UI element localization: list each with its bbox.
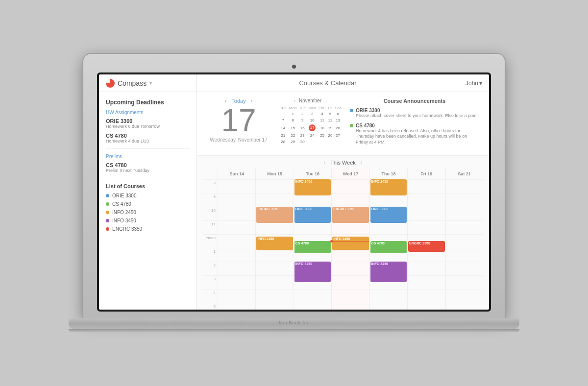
course-list-item-0[interactable]: ORIE 3300 — [106, 193, 190, 198]
cal-event-4-0[interactable]: INFO 2450 — [370, 179, 407, 196]
cal-event-2-2[interactable]: CS 4780 — [294, 241, 331, 253]
cal-event-2-0[interactable]: INFO 2450 — [294, 179, 331, 196]
mini-cal-day-cell[interactable]: 20 — [334, 123, 342, 132]
course-list-item-2[interactable]: INFO 2450 — [106, 210, 190, 215]
mini-cal-day-cell[interactable]: 27 — [334, 132, 342, 139]
mini-cal-day-cell[interactable]: 28 — [278, 139, 288, 145]
mini-cal-day-cell[interactable]: 6 — [334, 111, 342, 117]
today-date-number: 17 — [221, 105, 256, 136]
hw-item-2-course: CS 4780 — [106, 133, 190, 139]
mini-cal-day-header: Tue — [298, 105, 307, 111]
mini-cal-day-cell[interactable]: 1 — [288, 111, 298, 117]
day-slot-6-0 — [446, 179, 483, 193]
day-slot-1-8 — [256, 289, 293, 303]
cal-event-4-3[interactable]: INFO 3450 — [370, 262, 407, 282]
mini-cal-day-cell[interactable]: 21 — [278, 132, 288, 139]
app-screen: Compass ▾ Courses & Calendar John ▾ — [99, 74, 489, 310]
mini-cal-day-cell[interactable]: 19 — [327, 123, 334, 132]
mini-cal-day-cell[interactable]: 9 — [298, 117, 307, 123]
prelim-item-1: CS 4780 Prelim II next Tuesday — [106, 162, 190, 173]
week-label: This Week — [330, 160, 356, 166]
day-slot-1-7 — [256, 275, 293, 289]
cal-event-1-1[interactable]: INFO 2450 — [256, 237, 293, 250]
hw-item-2: CS 4780 Homework 4 due 1/23 — [106, 133, 190, 144]
day-slot-0-7 — [218, 275, 255, 289]
cal-event-4-1[interactable]: ORIE 3300 — [370, 207, 407, 223]
mini-cal-day-header: Sat — [334, 105, 342, 111]
day-slot-6-9 — [446, 303, 483, 310]
course-dot-2 — [106, 211, 109, 214]
day-slot-0-0 — [218, 179, 255, 193]
course-list-item-1[interactable]: CS 4780 — [106, 201, 190, 207]
today-full-date: Wednesday, November 17 — [210, 137, 267, 143]
prelims-link[interactable]: Prelims — [106, 154, 190, 159]
day-slot-1-9 — [256, 303, 293, 310]
mini-cal-day-cell[interactable]: 11 — [318, 117, 327, 123]
cal-event-5-0[interactable]: ENGRC 3350 — [408, 241, 444, 252]
mini-cal-day-cell[interactable]: 23 — [298, 132, 307, 139]
day-slot-5-0 — [408, 179, 445, 193]
mini-cal-day-cell — [278, 111, 288, 117]
mini-cal-next[interactable]: › — [325, 98, 327, 103]
day-col-4: Thu 18INFO 2450ORIE 3300CS 4780INFO 3450 — [369, 169, 407, 310]
mini-cal-day-cell[interactable]: 18 — [318, 123, 327, 132]
mini-cal-day-cell — [327, 139, 334, 145]
mini-cal-day-cell[interactable]: 3 — [307, 111, 318, 117]
day-slot-2-9 — [294, 303, 331, 310]
mini-cal-week-row: 14151617181920 — [278, 123, 342, 132]
mini-cal-day-cell[interactable]: 30 — [298, 139, 307, 145]
mini-cal-day-cell[interactable]: 5 — [327, 111, 334, 117]
mini-cal-day-cell[interactable]: 2 — [298, 111, 307, 117]
mini-cal-day-cell[interactable]: 25 — [318, 132, 327, 139]
today-circle: 17 — [309, 124, 316, 131]
mini-cal-day-cell — [334, 139, 342, 145]
cal-event-3-1[interactable]: INFO 2450 — [332, 237, 368, 250]
mini-cal-day-cell — [318, 139, 327, 145]
day-slot-0-6 — [218, 262, 255, 275]
user-menu[interactable]: John ▾ — [459, 80, 489, 87]
mini-cal-day-cell[interactable]: 13 — [334, 117, 342, 123]
app-header: Compass ▾ Courses & Calendar John ▾ — [99, 74, 489, 92]
mini-cal-day-cell[interactable]: 4 — [318, 111, 327, 117]
day-slot-5-7 — [408, 275, 445, 289]
week-prev-arrow[interactable]: ‹ — [324, 160, 325, 165]
mini-cal-day-header: Sun — [278, 105, 288, 111]
day-body-2: INFO 2450ORIE 3300CS 4780INFO 3450 — [294, 179, 331, 310]
mini-cal-day-cell[interactable]: 14 — [278, 123, 288, 132]
course-list-item-3[interactable]: INFO 3450 — [106, 218, 190, 223]
day-slot-1-1 — [256, 193, 293, 207]
mini-cal-day-cell[interactable]: 7 — [278, 117, 288, 123]
mini-cal-day-header: Mon — [288, 105, 298, 111]
day-slot-3-1 — [332, 193, 369, 207]
mini-cal-day-cell[interactable]: 22 — [288, 132, 298, 139]
mini-cal-day-cell[interactable]: 8 — [288, 117, 298, 123]
cal-event-2-3[interactable]: INFO 3450 — [294, 262, 331, 282]
mini-cal-day-cell[interactable]: 12 — [327, 117, 334, 123]
hw-assignments-link[interactable]: HW Assignments — [106, 110, 190, 115]
cal-event-1-0[interactable]: ENGRC 3350 — [256, 207, 293, 223]
time-label-5: 1 — [203, 248, 218, 262]
cal-event-3-0[interactable]: ENGRC 3350 — [332, 207, 368, 223]
mini-cal-day-cell[interactable]: 10 — [307, 117, 318, 123]
mini-cal-day-cell[interactable]: 29 — [288, 139, 298, 145]
course-list-item-4[interactable]: ENGRC 3350 — [106, 226, 190, 232]
logo-area[interactable]: Compass ▾ — [99, 74, 197, 92]
mini-cal-day-cell[interactable]: 24 — [307, 132, 318, 139]
mini-cal-day-cell[interactable]: 16 — [298, 123, 307, 132]
logo-dropdown-arrow: ▾ — [149, 80, 152, 86]
mini-cal-day-cell[interactable]: 26 — [327, 132, 334, 139]
announcements-title: Course Announcements — [350, 98, 479, 104]
mini-cal-prev[interactable]: ‹ — [294, 98, 295, 103]
mini-cal-day-header: Fri — [327, 105, 334, 111]
mini-cal-day-cell[interactable]: 17 — [307, 123, 318, 132]
day-slot-6-8 — [446, 289, 483, 303]
cal-event-2-1[interactable]: ORIE 3300 — [294, 207, 331, 223]
cal-event-4-2[interactable]: CS 4780 — [370, 241, 407, 253]
week-next-arrow[interactable]: › — [361, 160, 362, 165]
content-area: ‹ Today › 17 Wednesday, November 17 — [197, 92, 489, 310]
mini-cal-day-cell — [307, 139, 318, 145]
mini-cal-day-cell[interactable]: 15 — [288, 123, 298, 132]
day-slot-3-8 — [332, 289, 369, 303]
ann-item-0: ORIE 3300 Please attach cover sheet to y… — [350, 108, 479, 119]
mini-cal-day-header: Thu — [318, 105, 327, 111]
